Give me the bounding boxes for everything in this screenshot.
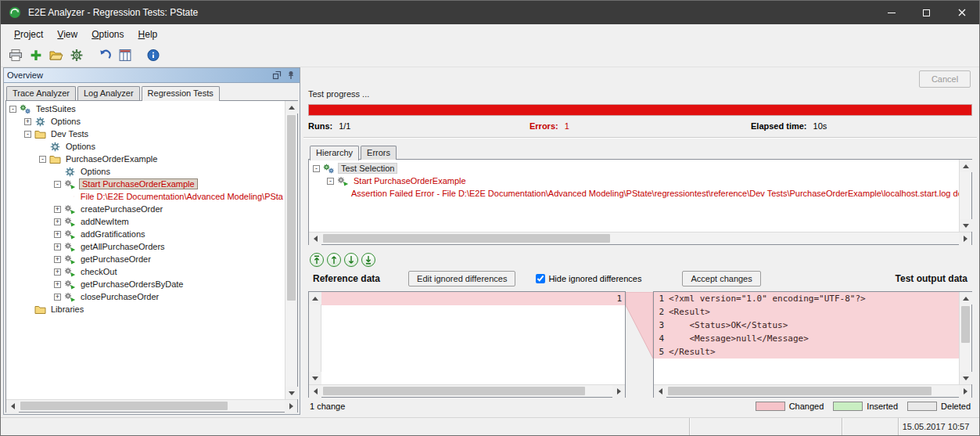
tree-item-dev-tests[interactable]: -Dev Tests [6, 128, 285, 140]
scroll-down-button[interactable] [285, 387, 298, 399]
tree-item-libraries[interactable]: Libraries [6, 303, 285, 315]
scrollbar-thumb[interactable] [323, 387, 585, 395]
edit-ignored-differences-button[interactable]: Edit ignored differences [408, 271, 515, 286]
tree-item-addnewitem[interactable]: +addNewItem [6, 215, 285, 228]
scroll-left-button[interactable] [309, 385, 321, 398]
previous-difference-button[interactable] [327, 253, 341, 267]
tree-item-getpurchaseordersbydate[interactable]: +getPurchaseOrdersByDate [6, 278, 285, 290]
maximize-button[interactable] [909, 1, 944, 24]
expand-icon[interactable]: + [24, 118, 31, 125]
collapse-icon[interactable]: - [313, 165, 320, 172]
scroll-left-button[interactable] [6, 400, 19, 413]
collapse-icon[interactable]: - [327, 178, 334, 185]
scrollbar-thumb[interactable] [961, 306, 970, 343]
tree-item-checkout[interactable]: +checkOut [6, 265, 285, 278]
first-difference-button[interactable] [310, 253, 324, 267]
tree-item-purchaseorderexample[interactable]: -PurchaseOrderExample [6, 153, 285, 165]
menu-view[interactable]: View [50, 27, 84, 42]
tree-item-getallpurchaseorders[interactable]: +getAllPurchaseOrders [6, 240, 285, 253]
menu-help[interactable]: Help [131, 27, 165, 42]
scroll-right-button[interactable] [612, 385, 625, 398]
scrollbar-thumb[interactable] [323, 234, 610, 243]
test-icon [337, 176, 349, 186]
undo-button[interactable] [95, 46, 114, 65]
scroll-right-button[interactable] [959, 385, 971, 398]
report-button[interactable] [116, 46, 135, 65]
tree-item-testsuites[interactable]: -TestSuites [6, 103, 285, 115]
report-icon [118, 49, 132, 62]
tree-item-options[interactable]: Options [6, 140, 285, 153]
tab-log-analyzer[interactable]: Log Analyzer [77, 86, 140, 100]
hierarchy-horizontal-scrollbar[interactable] [309, 232, 971, 244]
hide-ignored-checkbox-input[interactable] [536, 274, 545, 283]
scrollbar-thumb[interactable] [668, 387, 932, 395]
collapse-icon[interactable]: - [39, 156, 46, 163]
expand-icon[interactable]: + [54, 281, 61, 288]
hide-ignored-differences-checkbox[interactable]: Hide ignored differences [536, 274, 641, 283]
menu-options[interactable]: Options [84, 27, 131, 42]
print-button[interactable] [6, 46, 25, 65]
next-difference-button[interactable] [344, 253, 358, 267]
expand-icon[interactable]: + [54, 206, 61, 213]
tree-item-getpurchaseorder[interactable]: +getPurchaseOrder [6, 253, 285, 265]
tree-item-error-file[interactable]: File D:\E2E Documentation\Advanced Model… [6, 190, 285, 203]
float-panel-button[interactable] [271, 70, 282, 81]
hier-item-start-purchaseorderexample[interactable]: -Start PurchaseOrderExample [309, 175, 959, 187]
tab-trace-analyzer[interactable]: Trace Analyzer [6, 86, 76, 100]
scroll-left-button[interactable] [654, 385, 666, 398]
test-output-pane[interactable]: 1<?xml version="1.0" encoding="UTF-8"?> … [653, 291, 972, 398]
hier-item-assertion-error[interactable]: Assertion Failed Error - File D:\E2E Doc… [309, 187, 959, 200]
tree-item-options[interactable]: +Options [6, 115, 285, 128]
scroll-right-button[interactable] [285, 400, 297, 413]
tree-vertical-scrollbar[interactable] [285, 101, 297, 399]
close-button[interactable] [944, 1, 979, 24]
reference-vertical-scrollbar[interactable] [309, 292, 321, 384]
collapse-icon[interactable]: - [54, 181, 61, 188]
tree-item-createpurchaseorder[interactable]: +createPurchaseOrder [6, 203, 285, 215]
scroll-up-button[interactable] [960, 292, 972, 304]
reference-data-pane[interactable]: 1 [308, 291, 626, 398]
scroll-down-button[interactable] [960, 219, 972, 232]
info-button[interactable] [144, 46, 163, 65]
scroll-up-button[interactable] [285, 101, 298, 114]
minimize-button[interactable] [874, 1, 909, 24]
scrollbar-thumb[interactable] [20, 402, 228, 410]
tree-item-closepurchaseorder[interactable]: +closePurchaseOrder [6, 290, 285, 303]
expand-icon[interactable]: + [54, 243, 61, 250]
output-horizontal-scrollbar[interactable] [654, 384, 971, 397]
collapse-icon[interactable]: - [9, 106, 16, 113]
output-vertical-scrollbar[interactable] [959, 292, 971, 384]
expand-icon[interactable]: + [54, 231, 61, 238]
expand-icon[interactable]: + [54, 218, 61, 225]
pin-panel-button[interactable] [285, 70, 296, 81]
add-button[interactable] [27, 46, 45, 65]
hierarchy-vertical-scrollbar[interactable] [959, 160, 971, 232]
tree-item-options[interactable]: Options [6, 165, 285, 178]
scroll-down-button[interactable] [960, 372, 972, 384]
scrollbar-thumb[interactable] [287, 115, 296, 301]
tab-hierarchy[interactable]: Hierarchy [310, 146, 359, 160]
expand-icon[interactable]: + [54, 268, 61, 276]
tab-errors[interactable]: Errors [361, 146, 397, 160]
reference-horizontal-scrollbar[interactable] [309, 384, 625, 397]
menu-project[interactable]: Project [7, 27, 50, 42]
tree-item-label: Options [64, 142, 97, 151]
tab-regression-tests[interactable]: Regression Tests [142, 86, 220, 101]
tree-item-addgratifications[interactable]: +addGratifications [6, 228, 285, 240]
scroll-up-button[interactable] [960, 160, 972, 172]
collapse-icon[interactable]: - [24, 131, 31, 138]
horizontal-splitter[interactable] [308, 245, 972, 251]
hier-item-test-selection[interactable]: -Test Selection [309, 162, 959, 175]
last-difference-button[interactable] [361, 253, 375, 267]
accept-changes-button[interactable]: Accept changes [682, 271, 760, 286]
tree-horizontal-scrollbar[interactable] [6, 399, 297, 412]
scroll-left-button[interactable] [309, 232, 321, 245]
open-button[interactable] [47, 46, 66, 65]
scroll-down-button[interactable] [309, 372, 321, 384]
settings-button[interactable] [67, 46, 86, 65]
scroll-up-button[interactable] [309, 292, 321, 304]
expand-icon[interactable]: + [54, 256, 61, 263]
expand-icon[interactable]: + [54, 294, 61, 301]
tree-item-start-purchaseorderexample[interactable]: -Start PurchaseOrderExample [6, 178, 285, 190]
scroll-right-button[interactable] [959, 232, 971, 245]
